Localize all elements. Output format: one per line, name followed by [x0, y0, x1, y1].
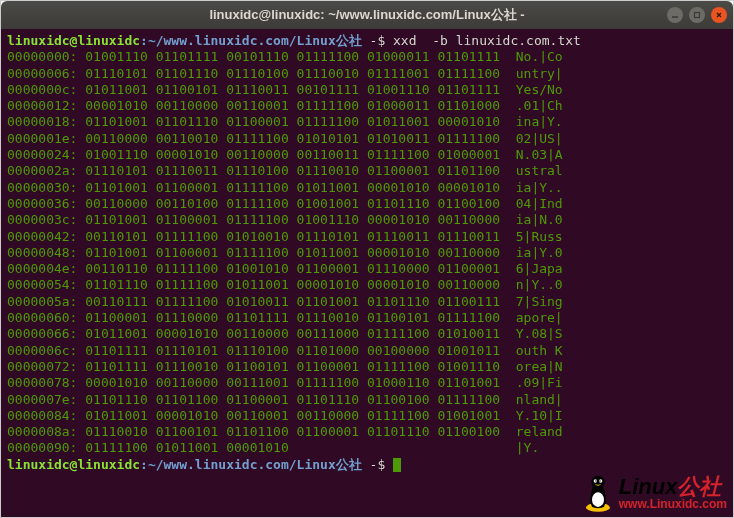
hex-line: 00000060: 01100001 01110000 01101111 011… — [7, 310, 563, 325]
prompt-suffix: -$ — [362, 33, 393, 48]
hex-line: 0000006c: 01101111 01110101 01110100 011… — [7, 343, 563, 358]
hex-line: 0000001e: 00110000 00110010 01111100 010… — [7, 131, 563, 146]
hex-line: 0000007e: 01101110 01101100 01100001 011… — [7, 392, 563, 407]
window-controls — [667, 7, 727, 23]
prompt-suffix-2: -$ — [362, 457, 393, 472]
hex-line: 00000054: 01101110 01111100 01011001 000… — [7, 277, 563, 292]
hex-line: 0000002a: 01110101 01110011 01110100 011… — [7, 163, 563, 178]
hex-line: 00000006: 01110101 01101110 01110100 011… — [7, 66, 563, 81]
prompt-colon-2: : — [140, 457, 148, 472]
hex-line: 00000084: 01011001 00001010 00110001 001… — [7, 408, 563, 423]
window-title: linuxidc@linuxidc: ~/www.linuxidc.com/Li… — [1, 6, 733, 24]
hex-line: 00000024: 01001110 00001010 00110000 001… — [7, 147, 563, 162]
close-icon — [715, 11, 723, 19]
hex-line: 0000004e: 00110110 01111100 01001010 011… — [7, 261, 563, 276]
hex-line: 0000000c: 01011001 01100101 01110011 001… — [7, 82, 563, 97]
maximize-icon — [693, 11, 701, 19]
minimize-icon — [671, 11, 679, 19]
command-output: 00000000: 01001110 01101111 00101110 011… — [7, 49, 727, 456]
hex-line: 00000000: 01001110 01101111 00101110 011… — [7, 49, 563, 64]
hex-line: 00000042: 00110101 01111100 01010010 011… — [7, 229, 563, 244]
hex-line: 00000036: 00110000 00110100 01111100 010… — [7, 196, 563, 211]
prompt-path: ~/www.linuxidc.com/Linux公社 — [148, 33, 362, 48]
hex-line: 00000048: 01101001 01100001 01111100 010… — [7, 245, 563, 260]
prompt-colon: : — [140, 33, 148, 48]
window-titlebar: linuxidc@linuxidc: ~/www.linuxidc.com/Li… — [1, 1, 733, 29]
hex-line: 00000078: 00001010 00110000 00111001 011… — [7, 375, 563, 390]
hex-line: 00000018: 01101001 01101110 01100001 011… — [7, 114, 563, 129]
hex-line: 00000030: 01101001 01100001 01111100 010… — [7, 180, 563, 195]
minimize-button[interactable] — [667, 7, 683, 23]
hex-line: 00000066: 01011001 00001010 00110000 001… — [7, 326, 563, 341]
prompt-path-2: ~/www.linuxidc.com/Linux公社 — [148, 457, 362, 472]
hex-line: 00000072: 01101111 01110010 01100101 011… — [7, 359, 563, 374]
hex-line: 00000090: 01111100 01011001 00001010 |Y. — [7, 440, 539, 455]
prompt-user: linuxidc@linuxidc — [7, 33, 140, 48]
hex-line: 00000012: 00001010 00110000 00110001 011… — [7, 98, 563, 113]
hex-line: 0000003c: 01101001 01100001 01111100 010… — [7, 212, 563, 227]
terminal-area[interactable]: linuxidc@linuxidc:~/www.linuxidc.com/Lin… — [1, 29, 733, 517]
cursor — [393, 458, 401, 472]
maximize-button[interactable] — [689, 7, 705, 23]
hex-line: 0000008a: 01110010 01100101 01101100 011… — [7, 424, 563, 439]
svg-rect-1 — [695, 13, 700, 18]
command-text: xxd -b linuxidc.com.txt — [393, 33, 581, 48]
hex-line: 0000005a: 00110111 01111100 01010011 011… — [7, 294, 563, 309]
close-button[interactable] — [711, 7, 727, 23]
prompt-user-2: linuxidc@linuxidc — [7, 457, 140, 472]
